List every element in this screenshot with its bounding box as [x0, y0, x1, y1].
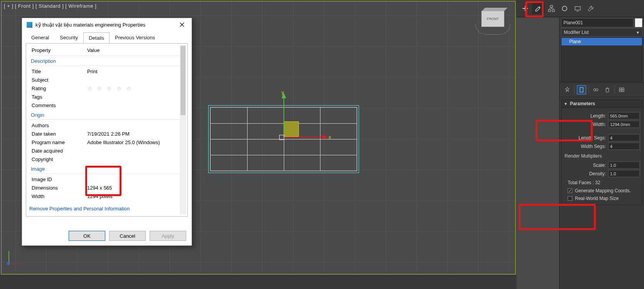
- motion-panel-icon[interactable]: [558, 3, 571, 14]
- axis-x-label: x: [329, 134, 331, 140]
- scale-label: Scale:: [564, 163, 606, 168]
- ok-button[interactable]: OK: [69, 231, 105, 241]
- svg-rect-10: [619, 90, 621, 92]
- dialog-tabs: General Security Details Previous Versio…: [22, 32, 192, 43]
- configure-sets-icon[interactable]: [617, 85, 626, 94]
- remove-modifier-icon[interactable]: [603, 85, 612, 94]
- tab-details[interactable]: Details: [83, 32, 110, 44]
- svg-rect-0: [550, 5, 553, 7]
- svg-point-6: [593, 89, 596, 91]
- length-spinner[interactable]: ▲▼: [608, 112, 640, 119]
- width-label: Width:: [564, 122, 606, 127]
- svg-rect-1: [548, 10, 551, 12]
- modifier-list-dropdown[interactable]: Modifier List: [561, 28, 642, 37]
- row-date-acquired: Date acquired: [29, 147, 180, 155]
- apply-button[interactable]: Apply: [150, 231, 186, 241]
- row-authors: Authors: [29, 121, 180, 130]
- file-properties-dialog: kỹ thuật vật liệu materials engineering …: [22, 18, 192, 246]
- parameters-rollout: Length: ▲▼ Width: ▲▼ Length Segs: ▲▼ Wid…: [561, 108, 642, 205]
- viewport-info-label[interactable]: [ + ] [ Front ] [ Standard ] [ Wireframe…: [4, 3, 96, 9]
- svg-rect-9: [622, 88, 624, 89]
- hierarchy-panel-icon[interactable]: [545, 3, 558, 14]
- details-tab-panel: PropertyValue Description TitlePrint Sub…: [26, 43, 188, 217]
- svg-rect-11: [622, 90, 624, 92]
- row-subject: Subject: [29, 76, 180, 84]
- svg-rect-5: [580, 87, 583, 92]
- row-image-id: Image ID: [29, 175, 180, 184]
- row-dimensions: Dimensions1294 x 565: [29, 184, 180, 192]
- width-segs-spinner[interactable]: ▲▼: [608, 143, 640, 150]
- row-program-name: Program nameAdobe Illustrator 25.0 (Wind…: [29, 138, 180, 147]
- svg-rect-8: [619, 88, 621, 89]
- make-unique-icon[interactable]: [591, 85, 600, 94]
- modifier-stack[interactable]: Plane: [561, 37, 642, 82]
- row-copyright: Copyright: [29, 155, 180, 164]
- svg-rect-4: [575, 7, 580, 10]
- object-name-input[interactable]: [561, 18, 634, 27]
- dialog-app-icon: [27, 22, 32, 28]
- world-axis-tripod: [5, 249, 20, 264]
- svg-point-7: [596, 89, 598, 91]
- rating-stars[interactable]: ☆ ☆ ☆ ☆ ☆: [87, 85, 133, 92]
- width-spinner[interactable]: ▲▼: [608, 121, 640, 128]
- object-color-swatch[interactable]: [635, 18, 642, 27]
- stack-item-plane[interactable]: Plane: [561, 38, 642, 46]
- utilities-panel-icon[interactable]: [585, 3, 597, 14]
- create-panel-icon[interactable]: [519, 3, 531, 14]
- row-tags: Tags: [29, 93, 180, 101]
- remove-properties-link[interactable]: Remove Properties and Personal Informati…: [29, 206, 130, 212]
- bottom-toolbar[interactable]: [0, 276, 517, 289]
- total-faces-label: Total Faces : 32: [564, 178, 640, 187]
- tab-general[interactable]: General: [26, 32, 54, 43]
- svg-point-3: [562, 6, 567, 11]
- row-date-taken: Date taken7/19/2021 2:26 PM: [29, 130, 180, 138]
- command-panel: Modifier List Plane Parameters Length: ▲…: [559, 0, 644, 289]
- axis-x-arrow[interactable]: [283, 137, 327, 138]
- scale-spinner[interactable]: ▲▼: [608, 161, 640, 169]
- length-label: Length:: [564, 113, 606, 119]
- section-image: Image: [29, 164, 180, 174]
- row-title: TitlePrint: [29, 67, 180, 76]
- stack-toolbar: [560, 82, 644, 97]
- axis-y-label: y: [282, 89, 284, 95]
- view-cube-ring[interactable]: [475, 24, 511, 35]
- close-button[interactable]: [177, 20, 187, 30]
- density-spinner[interactable]: ▲▼: [608, 170, 640, 177]
- density-label: Density:: [564, 171, 606, 176]
- gizmo-plane-xy[interactable]: [283, 121, 299, 137]
- property-header: PropertyValue: [29, 46, 180, 56]
- tab-security[interactable]: Security: [54, 32, 83, 43]
- display-panel-icon[interactable]: [572, 3, 584, 14]
- gizmo-origin[interactable]: [279, 135, 284, 140]
- cancel-button[interactable]: Cancel: [109, 231, 146, 241]
- modify-panel-icon[interactable]: [532, 3, 545, 14]
- parameters-rollout-header[interactable]: Parameters: [561, 99, 642, 108]
- section-description: Description: [29, 56, 180, 66]
- scrollbar-track[interactable]: [180, 45, 186, 215]
- svg-rect-2: [552, 10, 555, 12]
- dialog-title: kỹ thuật vật liệu materials engineering …: [35, 22, 177, 28]
- section-origin: Origin: [29, 110, 180, 120]
- tab-previous-versions[interactable]: Previous Versions: [110, 32, 160, 43]
- pin-stack-icon[interactable]: [563, 85, 572, 94]
- generate-mapping-checkbox[interactable]: ✓Generate Mapping Coords.: [564, 187, 640, 195]
- length-segs-spinner[interactable]: ▲▼: [608, 134, 640, 141]
- scrollbar-thumb[interactable]: [180, 46, 185, 115]
- real-world-map-checkbox[interactable]: Real-World Map Size: [564, 195, 640, 202]
- width-segs-label: Width Segs:: [564, 144, 606, 149]
- row-rating: Rating☆ ☆ ☆ ☆ ☆: [29, 84, 180, 93]
- row-width: Width1294 pixels: [29, 192, 180, 201]
- row-comments: Comments: [29, 101, 180, 110]
- length-segs-label: Length Segs:: [564, 135, 606, 141]
- render-multipliers-label: Render Multipliers: [564, 151, 640, 160]
- show-end-result-icon[interactable]: [577, 85, 586, 94]
- row-height: Height565 pixels: [29, 201, 180, 203]
